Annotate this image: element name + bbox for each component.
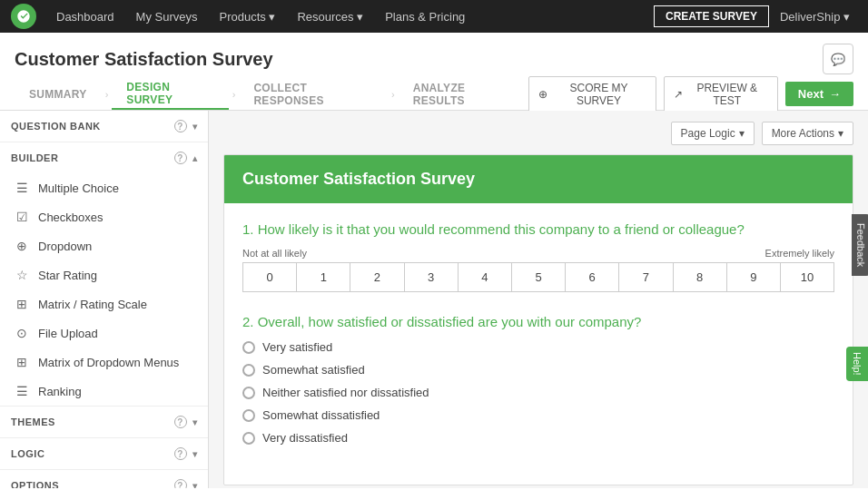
radio-option-3[interactable]: Somewhat dissatisfied bbox=[242, 408, 834, 422]
tab-actions: ⊕ SCORE MY SURVEY ↗ PREVIEW & TEST Next … bbox=[528, 76, 853, 113]
nps-cell-3[interactable]: 3 bbox=[405, 263, 459, 291]
nps-cell-6[interactable]: 6 bbox=[566, 263, 619, 291]
page-logic-button[interactable]: Page Logic ▾ bbox=[671, 122, 755, 145]
radio-circle-3 bbox=[242, 409, 255, 422]
radio-label-0: Very satisfied bbox=[262, 340, 332, 354]
options-label: OPTIONS bbox=[11, 480, 59, 488]
radio-option-0[interactable]: Very satisfied bbox=[242, 340, 834, 354]
page-logic-chevron: ▾ bbox=[739, 127, 745, 140]
builder-help-icon[interactable]: ? bbox=[174, 152, 187, 164]
matrix-rating-icon: ⊞ bbox=[15, 297, 29, 311]
question-bank-help-icon[interactable]: ? bbox=[174, 120, 187, 132]
sidebar-options-header[interactable]: OPTIONS ? ▾ bbox=[0, 470, 208, 488]
tab-collect-responses[interactable]: COLLECT RESPONSES bbox=[239, 78, 388, 110]
nav-products[interactable]: Products ▾ bbox=[211, 0, 285, 33]
chat-icon-button[interactable]: 💬 bbox=[823, 44, 853, 74]
nav-resources[interactable]: Resources ▾ bbox=[288, 0, 372, 33]
dropdown-icon: ⊕ bbox=[15, 239, 29, 253]
survey-card: Customer Satisfaction Survey 1. How like… bbox=[223, 154, 853, 485]
survey-card-body: 1. How likely is it that you would recom… bbox=[224, 203, 853, 485]
radio-option-4[interactable]: Very dissatisfied bbox=[242, 431, 834, 445]
next-button[interactable]: Next → bbox=[785, 82, 853, 106]
nps-cell-4[interactable]: 4 bbox=[459, 263, 512, 291]
tab-summary[interactable]: SUMMARY bbox=[15, 78, 102, 110]
page-header: Customer Satisfaction Survey 💬 bbox=[0, 33, 868, 78]
sidebar-question-bank-header[interactable]: QUESTION BANK ? ▾ bbox=[0, 111, 208, 142]
page-title: Customer Satisfaction Survey bbox=[15, 49, 273, 70]
sidebar-item-checkboxes[interactable]: ☑ Checkboxes bbox=[0, 202, 208, 231]
sidebar-item-file-upload[interactable]: ⊙ File Upload bbox=[0, 318, 208, 348]
logic-help-icon[interactable]: ? bbox=[174, 447, 187, 460]
sidebar-section-themes: THEMES ? ▾ bbox=[0, 407, 208, 438]
preview-test-button[interactable]: ↗ PREVIEW & TEST bbox=[664, 76, 778, 113]
sidebar-logic-header[interactable]: LOGIC ? ▾ bbox=[0, 438, 208, 469]
nps-cell-2[interactable]: 2 bbox=[350, 263, 404, 291]
sidebar-item-matrix-rating[interactable]: ⊞ Matrix / Rating Scale bbox=[0, 289, 208, 318]
nps-labels: Not at all likely Extremely likely bbox=[242, 248, 834, 259]
sidebar-item-dropdown[interactable]: ⊕ Dropdown bbox=[0, 231, 208, 260]
tab-design-survey[interactable]: DESIGN SURVEY bbox=[112, 78, 228, 110]
sidebar-item-matrix-dropdown[interactable]: ⊞ Matrix of Dropdown Menus bbox=[0, 348, 208, 377]
content-area: Page Logic ▾ More Actions ▾ Customer Sat… bbox=[209, 111, 868, 488]
sidebar-item-ranking[interactable]: ☰ Ranking bbox=[0, 377, 208, 406]
tab-arrow-2: › bbox=[232, 89, 236, 100]
nps-cell-0[interactable]: 0 bbox=[243, 263, 297, 291]
nav-dashboard[interactable]: Dashboard bbox=[47, 0, 123, 33]
sidebar-section-question-bank: QUESTION BANK ? ▾ bbox=[0, 111, 208, 142]
nps-cell-9[interactable]: 9 bbox=[727, 263, 781, 291]
score-my-survey-button[interactable]: ⊕ SCORE MY SURVEY bbox=[528, 76, 656, 113]
sidebar-themes-header[interactable]: THEMES ? ▾ bbox=[0, 407, 208, 437]
radio-label-4: Very dissatisfied bbox=[262, 431, 348, 445]
sidebar-section-logic: LOGIC ? ▾ bbox=[0, 438, 208, 470]
logic-label: LOGIC bbox=[11, 448, 44, 459]
nps-scale[interactable]: 012345678910 bbox=[242, 262, 834, 292]
nps-cell-7[interactable]: 7 bbox=[619, 263, 673, 291]
ranking-icon: ☰ bbox=[15, 384, 29, 398]
sidebar-section-options: OPTIONS ? ▾ bbox=[0, 470, 208, 488]
main-layout: QUESTION BANK ? ▾ BUILDER ? ▴ ☰ bbox=[0, 111, 868, 488]
question-2-title: 2. Overall, how satisfied or dissatisfie… bbox=[242, 314, 834, 329]
account-menu[interactable]: DeliverShip ▾ bbox=[773, 10, 857, 24]
multiple-choice-icon: ☰ bbox=[15, 181, 29, 195]
radio-option-1[interactable]: Somewhat satisfied bbox=[242, 363, 834, 377]
nav-plans-pricing[interactable]: Plans & Pricing bbox=[376, 0, 474, 33]
question-1-title: 1. How likely is it that you would recom… bbox=[242, 221, 834, 237]
tab-arrow-3: › bbox=[391, 89, 395, 100]
options-help-icon[interactable]: ? bbox=[174, 479, 187, 488]
file-upload-icon: ⊙ bbox=[15, 326, 29, 340]
more-actions-button[interactable]: More Actions ▾ bbox=[762, 122, 853, 145]
radio-circle-2 bbox=[242, 387, 255, 399]
star-rating-icon: ☆ bbox=[15, 268, 29, 282]
radio-label-3: Somewhat dissatisfied bbox=[262, 408, 380, 422]
radio-option-2[interactable]: Neither satisfied nor dissatisfied bbox=[242, 386, 834, 399]
more-actions-chevron: ▾ bbox=[838, 127, 843, 140]
top-nav: Dashboard My Surveys Products ▾ Resource… bbox=[0, 0, 868, 33]
sidebar: QUESTION BANK ? ▾ BUILDER ? ▴ ☰ bbox=[0, 111, 209, 488]
nps-cell-5[interactable]: 5 bbox=[512, 263, 566, 291]
builder-chevron: ▴ bbox=[192, 153, 198, 163]
sidebar-item-multiple-choice[interactable]: ☰ Multiple Choice bbox=[0, 173, 208, 202]
create-survey-button[interactable]: CREATE SURVEY bbox=[654, 5, 769, 27]
feedback-tab[interactable]: Feedback bbox=[852, 214, 868, 276]
logic-chevron: ▾ bbox=[192, 449, 198, 459]
tabs-bar: SUMMARY › DESIGN SURVEY › COLLECT RESPON… bbox=[0, 78, 868, 111]
sidebar-item-star-rating[interactable]: ☆ Star Rating bbox=[0, 260, 208, 289]
nps-right-label: Extremely likely bbox=[765, 248, 834, 259]
themes-label: THEMES bbox=[11, 416, 55, 427]
logo[interactable] bbox=[11, 4, 36, 29]
sidebar-section-builder: BUILDER ? ▴ ☰ Multiple Choice ☑ Checkbox… bbox=[0, 142, 208, 407]
tab-analyze-results[interactable]: ANALYZE RESULTS bbox=[399, 78, 529, 110]
nps-cell-1[interactable]: 1 bbox=[297, 263, 350, 291]
radio-label-2: Neither satisfied nor dissatisfied bbox=[262, 386, 429, 399]
help-tab[interactable]: Help! bbox=[846, 347, 868, 381]
nps-cell-8[interactable]: 8 bbox=[674, 263, 727, 291]
chat-icon: 💬 bbox=[831, 53, 845, 66]
tab-arrow-1: › bbox=[105, 89, 109, 100]
sidebar-builder-header[interactable]: BUILDER ? ▴ bbox=[0, 142, 208, 173]
question-bank-chevron: ▾ bbox=[192, 122, 198, 132]
themes-help-icon[interactable]: ? bbox=[174, 416, 187, 428]
nps-cell-10[interactable]: 10 bbox=[781, 263, 833, 291]
question-2-block: 2. Overall, how satisfied or dissatisfie… bbox=[242, 314, 834, 445]
nav-my-surveys[interactable]: My Surveys bbox=[127, 0, 207, 33]
radio-options: Very satisfied Somewhat satisfied Neithe… bbox=[242, 340, 834, 445]
